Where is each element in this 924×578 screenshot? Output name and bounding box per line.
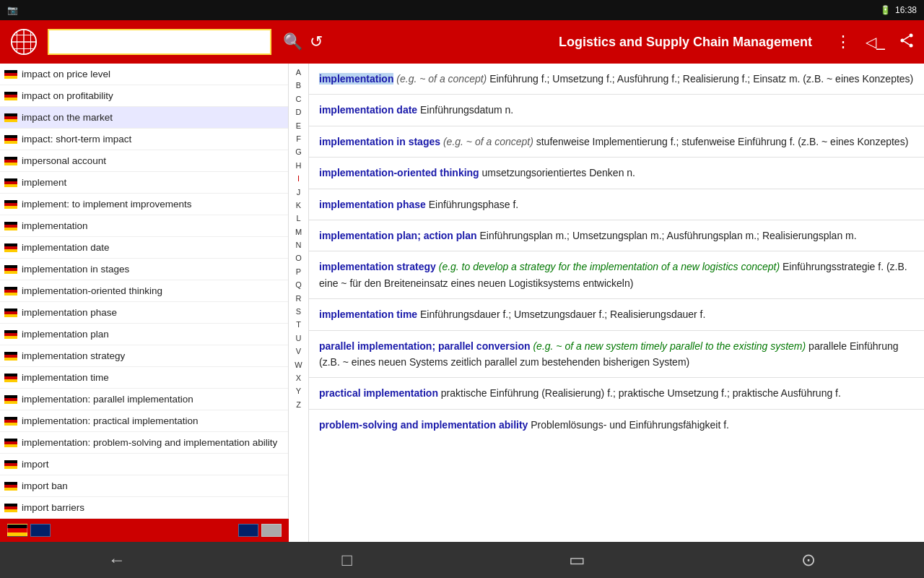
alpha-letter-j[interactable]: J [289, 186, 308, 199]
alpha-letter-p[interactable]: P [289, 266, 308, 278]
flag-icon [4, 200, 17, 209]
word-list-item[interactable]: implement [0, 172, 288, 194]
alpha-letter-i[interactable]: I [289, 173, 308, 185]
main-content: impact on price levelimpact on profitabi… [0, 64, 924, 542]
entry-translation: stufenweise Implementierung f.; stufenwe… [536, 136, 909, 147]
search-input[interactable] [53, 36, 266, 48]
alpha-letter-t[interactable]: T [289, 319, 308, 331]
entry-translation: Einführung f.; Umsetzung f.; Ausführung … [489, 73, 913, 85]
alpha-letter-a[interactable]: A [289, 66, 308, 79]
lang-flags-right[interactable] [238, 524, 282, 537]
alpha-letter-u[interactable]: U [289, 332, 308, 345]
word-list-item[interactable]: implementation plan [0, 324, 288, 345]
alpha-letter-r[interactable]: R [289, 293, 308, 305]
word-list-item[interactable]: impact on the market [0, 107, 288, 129]
refresh-icon[interactable]: ↺ [310, 33, 323, 51]
word-list-item[interactable]: implementation: practical implementation [0, 410, 288, 432]
alphabet-sidebar[interactable]: ABCDEFGHIJKLMNOPQRSTUVWXYZ [289, 64, 309, 542]
flag-uk[interactable] [30, 524, 51, 537]
flag-icon [4, 309, 17, 317]
detail-entry: practical implementation praktische Einf… [309, 378, 924, 409]
svg-point-7 [910, 33, 913, 37]
alpha-letter-k[interactable]: K [289, 199, 308, 212]
word-item-text: implementation strategy [22, 350, 125, 361]
status-bar: 📷 🔋 16:38 [0, 0, 924, 20]
flag-icon [4, 135, 17, 144]
flag-icon [4, 352, 17, 361]
lang-flags-left[interactable] [7, 524, 51, 537]
flag-grey[interactable] [261, 524, 282, 537]
alpha-letter-z[interactable]: Z [289, 399, 308, 411]
word-item-text: impact: short-term impact [22, 134, 131, 144]
alpha-letter-f[interactable]: F [289, 133, 308, 145]
word-list-item[interactable]: implementation: parallel implementation [0, 389, 288, 410]
flag-icon [4, 157, 17, 165]
word-item-text: implementation: practical implementation [22, 415, 199, 426]
word-list-item[interactable]: implementation strategy [0, 345, 288, 367]
recents-button[interactable]: ▭ [569, 550, 585, 570]
alpha-letter-x[interactable]: X [289, 372, 308, 384]
share-icon[interactable]: ◁⎯ [866, 33, 885, 51]
share-button[interactable] [898, 32, 915, 53]
word-list-item[interactable]: impact on price level [0, 64, 288, 85]
entry-example: (e.g. to develop a strategy for the impl… [439, 261, 780, 272]
alpha-letter-l[interactable]: L [289, 212, 308, 225]
alpha-letter-s[interactable]: S [289, 306, 308, 318]
alpha-letter-w[interactable]: W [289, 359, 308, 371]
camera-button[interactable]: ⊙ [801, 550, 816, 570]
alpha-letter-q[interactable]: Q [289, 279, 308, 291]
app-logo [9, 27, 39, 57]
word-list-item[interactable]: implementation in stages [0, 259, 288, 280]
search-icon[interactable]: 🔍 [283, 33, 302, 51]
word-item-text: implement [22, 177, 66, 188]
word-list-item[interactable]: import [0, 454, 288, 475]
alpha-letter-y[interactable]: Y [289, 385, 308, 397]
word-list-item[interactable]: impact: short-term impact [0, 129, 288, 150]
word-list-item[interactable]: impact on profitability [0, 85, 288, 107]
home-button[interactable]: □ [341, 550, 352, 570]
entry-translation: Einführungsplan m.; Umsetzungsplan m.; A… [479, 230, 856, 241]
entry-term-extra: ; action plan [417, 230, 476, 241]
word-item-text: implementation-oriented thinking [22, 285, 162, 296]
detail-entry: implementation-oriented thinking umsetzu… [309, 158, 924, 189]
alpha-letter-v[interactable]: V [289, 345, 308, 358]
alpha-letter-m[interactable]: M [289, 226, 308, 238]
menu-icon[interactable]: ⋮ [835, 33, 851, 51]
alpha-letter-d[interactable]: D [289, 106, 308, 118]
alpha-letter-g[interactable]: G [289, 146, 308, 158]
flag-german[interactable] [7, 524, 27, 537]
back-button[interactable]: ← [108, 550, 126, 570]
alpha-letter-o[interactable]: O [289, 252, 308, 264]
word-list-item[interactable]: import barriers [0, 497, 288, 519]
word-list-item[interactable]: impersonal account [0, 150, 288, 172]
entry-term-extra: ; parallel conversion [432, 340, 530, 352]
word-list-item[interactable]: implement: to implement improvements [0, 194, 288, 215]
flag-icon [4, 222, 17, 230]
word-item-text: implementation [22, 220, 88, 231]
alpha-letter-h[interactable]: H [289, 160, 308, 172]
word-list-item[interactable]: implementation: problem-solving and impl… [0, 432, 288, 454]
word-list-item[interactable]: import ban [0, 475, 288, 497]
alpha-letter-n[interactable]: N [289, 239, 308, 251]
word-list-item[interactable]: implementation time [0, 367, 288, 389]
top-bar-actions: 🔍 ↺ [283, 33, 323, 51]
alpha-letter-e[interactable]: E [289, 120, 308, 132]
word-list-item[interactable]: implementation [0, 215, 288, 237]
search-bar[interactable] [48, 29, 271, 55]
word-list-item[interactable]: implementation date [0, 237, 288, 259]
alpha-letter-c[interactable]: C [289, 93, 308, 105]
entry-translation: umsetzungsorientiertes Denken n. [482, 167, 635, 178]
entry-term: implementation [319, 73, 393, 85]
detail-entry: implementation strategy (e.g. to develop… [309, 251, 924, 299]
word-item-text: import barriers [22, 502, 84, 513]
word-list[interactable]: impact on price levelimpact on profitabi… [0, 64, 289, 542]
flag-icon [4, 417, 17, 426]
svg-line-10 [904, 36, 909, 40]
detail-entry: parallel implementation; parallel conver… [309, 331, 924, 379]
language-bar[interactable] [0, 519, 289, 542]
flag-uk-right[interactable] [238, 524, 258, 537]
word-list-item[interactable]: implementation-oriented thinking [0, 280, 288, 302]
svg-point-8 [901, 38, 905, 42]
word-list-item[interactable]: implementation phase [0, 302, 288, 324]
alpha-letter-b[interactable]: B [289, 79, 308, 92]
